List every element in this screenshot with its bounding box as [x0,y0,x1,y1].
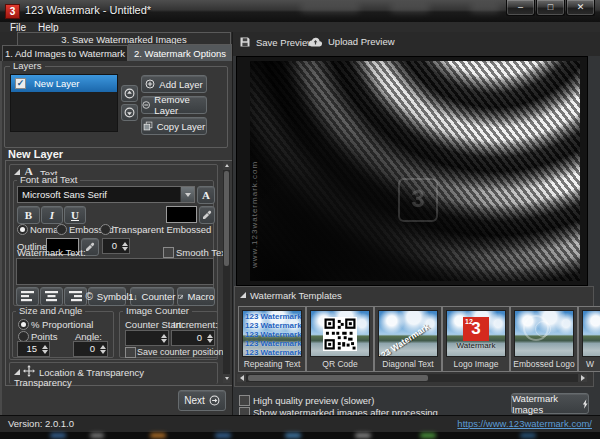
font-group-label: Font and Text [17,175,80,185]
font-color-eyedropper-button[interactable] [199,206,215,224]
copy-icon [143,121,153,131]
template-diagonal-text[interactable]: 123 Watermark Diagonal Text [374,306,442,372]
size-spinner[interactable]: 15 [17,341,50,357]
preview-pane [236,56,588,286]
align-center-button[interactable] [40,287,63,306]
arrow-down-circle-icon [124,107,135,118]
website-link[interactable]: https://www.123watermark.com/ [457,418,592,429]
watermark-text-input[interactable] [16,258,214,285]
save-counter-checkbox[interactable] [125,347,136,358]
font-dropdown[interactable]: Microsoft Sans Serif [17,186,195,203]
template-embossed-logo[interactable]: Embossed Logo [510,306,578,372]
template-thumbnail: 123 Watermark [378,310,438,357]
high-quality-label[interactable]: High quality preview (slower) [253,395,374,406]
logo-12-text: 12 [465,318,473,325]
mode-transparent-label[interactable]: Transparent Embossed [113,224,211,235]
angle-spinner[interactable]: 0 [73,341,108,357]
proportional-radio[interactable] [18,319,29,330]
save-counter-label[interactable]: Save counter position [137,347,224,358]
collapse-triangle-icon[interactable] [240,292,246,298]
glass-reflection [300,3,360,13]
upload-preview-button[interactable]: Upload Preview [308,36,395,47]
maximize-button[interactable]: □ [536,0,565,16]
layer-list-item[interactable]: ✓ New Layer [11,75,117,92]
layer-checkbox[interactable]: ✓ [15,78,26,89]
scrollbar-thumb[interactable] [224,171,229,266]
font-picker-button[interactable]: A [197,186,215,204]
template-qr-code[interactable]: QR Code [306,306,374,372]
mode-embossed-radio[interactable] [56,224,67,235]
counter-start-value [126,331,159,345]
tab-watermark-options[interactable]: 2. Watermark Options [128,44,232,62]
align-left-button[interactable] [16,287,39,306]
app-window: 3 123 Watermark - Untitled* – □ ✕ File H… [0,0,600,439]
italic-button[interactable]: I [41,206,63,224]
template-label: Repeating Text [239,359,305,369]
spin-up-icon[interactable] [161,334,167,338]
close-button[interactable]: ✕ [566,0,595,16]
high-quality-checkbox[interactable] [239,395,250,406]
spin-up-icon[interactable] [42,345,48,349]
template-repeating-text[interactable]: 123 Watermark 123 Watermark 123 Watermar… [238,306,306,372]
templates-scrollbar[interactable] [237,374,587,382]
layers-group-label: Layers [10,61,45,71]
copy-layer-button[interactable]: Copy Layer [141,117,207,135]
scroll-up-arrow[interactable] [223,161,230,170]
transparency-label: Transparency [14,377,72,388]
proportional-label[interactable]: % Proportional [31,319,93,330]
spin-up-icon[interactable] [100,345,106,349]
spin-down-icon[interactable] [122,247,128,251]
templates-header[interactable]: Watermark Templates [250,290,342,301]
preview-image[interactable] [250,61,580,281]
spin-down-icon[interactable] [161,339,167,343]
layer-move-down-button[interactable] [121,104,138,121]
macro-button[interactable]: Macro [177,287,215,306]
mode-normal-radio[interactable] [17,224,28,235]
font-color-swatch[interactable] [166,206,197,223]
diagonal-text: 123 Watermark [378,321,431,357]
increment-value: 0 [172,331,205,345]
spin-down-icon[interactable] [207,339,213,343]
window-controls: – □ ✕ [506,0,595,16]
save-preview-button[interactable]: Save Preview [239,36,314,48]
add-circle-icon [145,79,155,89]
settings-scrollbar[interactable] [223,161,230,383]
next-button[interactable]: Next [178,390,226,411]
template-logo-image[interactable]: 3 12 Watermark Logo Image [442,306,510,372]
template-clipped[interactable]: W [578,306,600,372]
arrow-up-circle-icon [124,88,135,99]
mode-transparent-radio[interactable] [100,224,111,235]
bold-button[interactable]: B [17,206,40,224]
remove-layer-button[interactable]: Remove Layer [141,96,207,114]
scroll-left-arrow[interactable] [237,374,246,382]
increment-spinner[interactable]: 0 [171,330,215,346]
symbol-button[interactable]: © Symbol [88,287,126,306]
font-dropdown-arrow[interactable] [180,187,194,202]
scroll-down-arrow[interactable] [223,374,230,383]
taskbar-icon [420,433,436,438]
spin-down-icon[interactable] [100,350,106,354]
counter-start-spinner[interactable] [125,330,169,346]
preview-watermark-logo[interactable]: 3 [398,178,438,222]
minimize-button[interactable]: – [506,0,535,16]
remove-layer-label: Remove Layer [154,94,206,116]
taskbar-icon [520,433,536,438]
layer-move-up-button[interactable] [121,85,138,102]
align-center-icon [45,291,58,302]
spin-up-icon[interactable] [122,242,128,246]
underline-button[interactable]: U [64,206,86,224]
counter-button[interactable]: 1↓ Counter [130,287,174,306]
smooth-text-label[interactable]: Smooth Text [176,247,229,258]
taskbar-icon [50,433,66,438]
smooth-text-checkbox[interactable] [163,247,174,258]
scrollbar-thumb[interactable] [248,375,428,381]
outline-size-spinner[interactable]: 0 [102,238,130,254]
spin-down-icon[interactable] [42,350,48,354]
add-layer-button[interactable]: Add Layer [141,75,207,93]
collapse-triangle-icon[interactable] [14,369,20,375]
scroll-right-arrow[interactable] [578,374,587,382]
spin-up-icon[interactable] [207,334,213,338]
align-right-button[interactable] [64,287,87,306]
arrow-right-circle-icon [209,395,220,406]
watermark-images-button[interactable]: Watermark Images [511,393,589,414]
